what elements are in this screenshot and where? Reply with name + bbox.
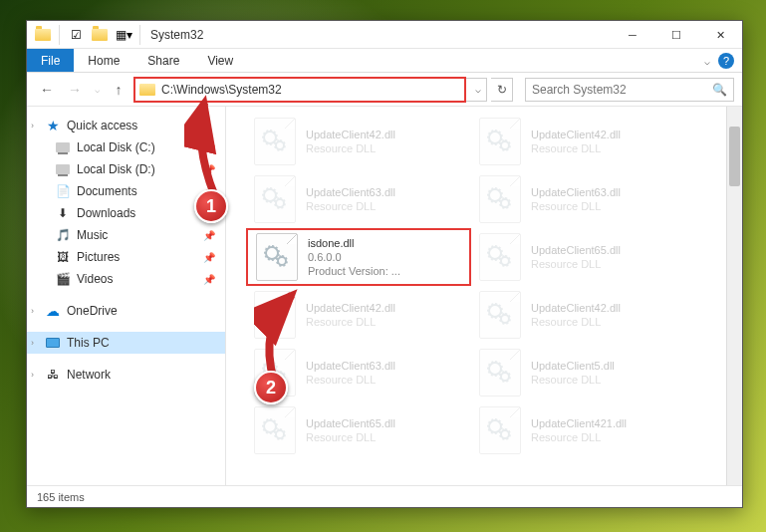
- quick-access-toolbar: ☑ ▦▾: [27, 25, 142, 45]
- file-info: UpdateClient42.dllResource DLL: [306, 128, 395, 156]
- dll-file-icon: [479, 118, 521, 165]
- sidebar-item-music[interactable]: 🎵 Music 📌: [27, 224, 225, 246]
- chevron-right-icon[interactable]: ›: [31, 338, 34, 348]
- file-tile[interactable]: UpdateClient42.dllResource DLL: [471, 113, 696, 170]
- tab-view[interactable]: View: [193, 49, 247, 72]
- file-tile[interactable]: UpdateClient65.dllResource DLL: [471, 228, 696, 286]
- sidebar-item-label: Pictures: [77, 250, 120, 264]
- sidebar-label: OneDrive: [67, 304, 118, 318]
- dll-file-icon: [479, 175, 521, 223]
- sidebar-item-label: Documents: [77, 184, 137, 198]
- file-tile-isdone[interactable]: isdone.dll0.6.0.0Product Version: ...: [246, 228, 471, 286]
- sidebar-item-pictures[interactable]: 🖼 Pictures 📌: [27, 246, 225, 268]
- file-tile[interactable]: UpdateClient42.dllResource DLL: [471, 286, 696, 344]
- address-bar[interactable]: C:\Windows\System32 ⌵: [134, 78, 487, 102]
- file-list-area: UpdateClient42.dllResource DLLUpdateClie…: [226, 107, 742, 485]
- sidebar-item-local-disk-c[interactable]: Local Disk (C:) 📌: [27, 136, 225, 158]
- file-info: UpdateClient63.dllResource DLL: [531, 185, 621, 214]
- file-info: UpdateClient65.dllResource DLL: [306, 416, 395, 445]
- dll-file-icon: [479, 291, 521, 339]
- sidebar-item-label: Music: [77, 228, 108, 242]
- chevron-right-icon[interactable]: ›: [31, 370, 34, 380]
- close-button[interactable]: ✕: [698, 21, 742, 49]
- search-box[interactable]: 🔍: [525, 78, 734, 102]
- tab-home[interactable]: Home: [74, 49, 133, 72]
- navigation-pane: › ★ Quick access Local Disk (C:) 📌 Local…: [27, 107, 226, 485]
- file-info: UpdateClient421.dllResource DLL: [531, 416, 627, 445]
- explorer-window: ☑ ▦▾ System32 ─ ☐ ✕ File Home Share View…: [26, 20, 743, 508]
- sidebar-this-pc[interactable]: › This PC: [27, 332, 225, 354]
- window-controls: ─ ☐ ✕: [611, 21, 742, 49]
- sidebar-label: This PC: [67, 336, 110, 350]
- dll-file-icon: [256, 233, 298, 281]
- chevron-right-icon[interactable]: ›: [31, 306, 34, 316]
- sidebar-network[interactable]: › 🖧 Network: [27, 364, 225, 386]
- file-list[interactable]: UpdateClient42.dllResource DLLUpdateClie…: [226, 107, 742, 485]
- chevron-right-icon[interactable]: ›: [31, 121, 34, 131]
- forward-button[interactable]: →: [63, 78, 87, 102]
- dll-file-icon: [254, 175, 296, 223]
- file-info: UpdateClient5.dllResource DLL: [531, 359, 615, 388]
- file-tile[interactable]: UpdateClient42.dllResource DLL: [246, 286, 471, 344]
- tab-file[interactable]: File: [27, 49, 74, 72]
- view-dropdown-icon[interactable]: ▦▾: [114, 25, 133, 45]
- file-name: UpdateClient65.dll: [306, 416, 395, 430]
- refresh-button[interactable]: ↻: [491, 78, 513, 102]
- sidebar-label: Network: [67, 368, 111, 382]
- scrollbar-thumb[interactable]: [729, 127, 740, 186]
- file-info: UpdateClient42.dllResource DLL: [306, 301, 395, 330]
- sidebar-item-label: Downloads: [77, 206, 135, 220]
- sidebar-onedrive[interactable]: › ☁ OneDrive: [27, 300, 225, 322]
- properties-icon[interactable]: ☑: [66, 25, 86, 45]
- file-tile[interactable]: UpdateClient421.dllResource DLL: [471, 401, 696, 459]
- address-dropdown-icon[interactable]: ⌵: [470, 84, 486, 95]
- content-area: › ★ Quick access Local Disk (C:) 📌 Local…: [27, 107, 742, 485]
- annotation-badge-2: 2: [254, 371, 288, 404]
- file-name: UpdateClient63.dll: [306, 185, 395, 199]
- file-type: Resource DLL: [306, 315, 395, 329]
- vertical-scrollbar[interactable]: [726, 107, 742, 485]
- file-type: Resource DLL: [306, 199, 395, 213]
- back-button[interactable]: ←: [35, 78, 59, 102]
- maximize-button[interactable]: ☐: [654, 21, 698, 49]
- tab-share[interactable]: Share: [133, 49, 193, 72]
- dll-file-icon: [254, 291, 296, 339]
- file-info: UpdateClient63.dllResource DLL: [306, 185, 395, 214]
- up-button[interactable]: ↑: [107, 78, 130, 102]
- file-name: UpdateClient42.dll: [531, 301, 621, 315]
- search-input[interactable]: [532, 83, 712, 97]
- recent-dropdown[interactable]: ⌵: [91, 78, 103, 102]
- sidebar-item-local-disk-d[interactable]: Local Disk (D:) 📌: [27, 158, 225, 180]
- sidebar-item-videos[interactable]: 🎬 Videos 📌: [27, 268, 225, 290]
- file-tile[interactable]: UpdateClient63.dllResource DLL: [471, 170, 696, 228]
- file-name: UpdateClient5.dll: [531, 359, 615, 373]
- navigation-bar: ← → ⌵ ↑ C:\Windows\System32 ⌵ ↻ 🔍: [27, 73, 742, 107]
- file-info: isdone.dll0.6.0.0Product Version: ...: [308, 236, 400, 279]
- search-icon[interactable]: 🔍: [712, 83, 727, 97]
- sidebar-item-label: Videos: [77, 272, 113, 286]
- file-tile[interactable]: UpdateClient42.dllResource DLL: [246, 113, 471, 170]
- file-version: 0.6.0.0: [308, 250, 400, 264]
- file-type: Resource DLL: [306, 430, 395, 444]
- address-path[interactable]: C:\Windows\System32: [159, 83, 470, 97]
- minimize-button[interactable]: ─: [611, 21, 654, 49]
- folder-icon[interactable]: [33, 25, 53, 45]
- ribbon-expand-icon[interactable]: ⌵: [704, 56, 710, 67]
- network-icon: 🖧: [45, 367, 61, 383]
- folder-icon: [139, 84, 155, 96]
- file-name: UpdateClient42.dll: [306, 301, 395, 315]
- file-tile[interactable]: UpdateClient5.dllResource DLL: [471, 344, 696, 401]
- sidebar-quick-access[interactable]: › ★ Quick access: [27, 115, 225, 136]
- drive-icon: [55, 161, 71, 177]
- window-title: System32: [150, 28, 203, 42]
- pin-icon: 📌: [203, 164, 215, 175]
- file-tile[interactable]: UpdateClient63.dllResource DLL: [246, 170, 471, 228]
- dll-file-icon: [479, 406, 521, 454]
- file-name: UpdateClient63.dll: [306, 359, 395, 373]
- help-icon[interactable]: ?: [718, 53, 734, 69]
- new-folder-icon[interactable]: [90, 25, 110, 45]
- file-type: Resource DLL: [531, 257, 621, 271]
- file-type: Resource DLL: [531, 315, 621, 329]
- file-tile[interactable]: UpdateClient65.dllResource DLL: [246, 401, 471, 459]
- file-info: UpdateClient65.dllResource DLL: [531, 243, 621, 272]
